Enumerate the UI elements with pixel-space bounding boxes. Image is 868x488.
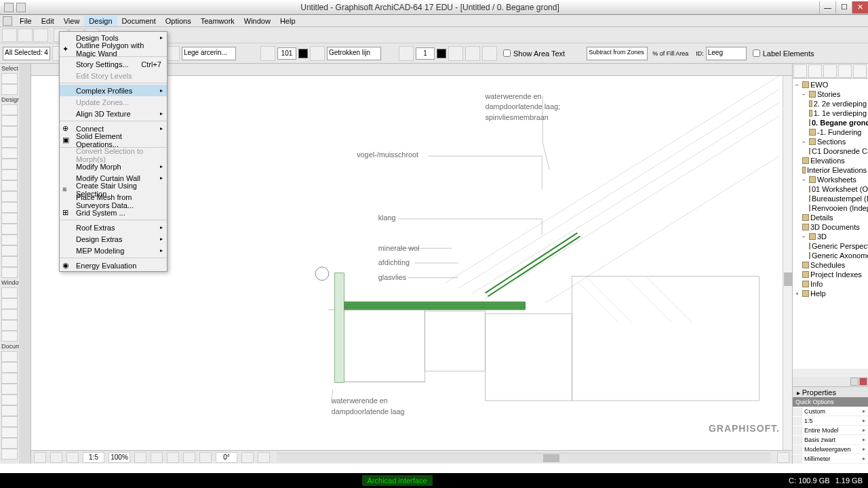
minimize-btn[interactable]: — — [819, 1, 835, 14]
sb-btn[interactable] — [183, 452, 195, 463]
tool-skylight[interactable] — [1, 267, 18, 278]
maximize-btn[interactable]: ☐ — [835, 1, 852, 14]
tool-stair[interactable] — [1, 235, 18, 245]
tb-open[interactable] — [18, 28, 33, 42]
tool-poly[interactable] — [1, 427, 18, 438]
qopt-row[interactable]: Modelweergaven▸ — [793, 445, 868, 454]
layer-select[interactable]: Lege arcerin... — [182, 47, 236, 60]
menu-document[interactable]: Document — [117, 16, 161, 26]
tool-label[interactable] — [1, 384, 18, 394]
sb-btn[interactable] — [199, 452, 212, 463]
sys-btn[interactable] — [4, 3, 14, 12]
tb-save[interactable] — [33, 28, 48, 42]
menu-energy[interactable]: ◉Energy Evaluation — [60, 260, 167, 271]
tool-level[interactable] — [1, 362, 18, 373]
tool-line[interactable] — [1, 405, 18, 416]
menu-window[interactable]: Window — [239, 16, 275, 26]
menu-file[interactable]: File — [15, 16, 37, 26]
horizontal-scrollbar[interactable] — [277, 453, 770, 462]
properties-toggle[interactable]: ▸ Properties — [793, 386, 868, 397]
angle[interactable]: 0° — [216, 452, 237, 463]
menu-align-3d[interactable]: Align 3D Texture — [60, 108, 167, 119]
menu-complex-profiles[interactable]: Complex Profiles — [60, 85, 167, 96]
nav-tab-5[interactable] — [853, 64, 867, 78]
pen-color[interactable] — [298, 49, 308, 58]
panel-close-btn[interactable] — [859, 378, 867, 386]
menu-story-settings[interactable]: Story Settings...Ctrl+7 — [60, 58, 167, 70]
subtract-select[interactable]: Subtract from Zones — [587, 47, 648, 60]
tool-beam[interactable] — [1, 126, 18, 137]
zoom-ratio[interactable]: 1:5 — [83, 452, 104, 463]
qopt-row[interactable]: Millimeter▸ — [793, 454, 868, 464]
nav-tab-1[interactable] — [793, 64, 807, 78]
menu-mep[interactable]: MEP Modeling — [60, 245, 167, 256]
tool-lamp[interactable] — [1, 224, 18, 235]
tool-fig[interactable] — [1, 449, 18, 460]
sys-btn[interactable] — [16, 3, 26, 12]
tool-wall[interactable] — [1, 104, 18, 115]
sb-btn[interactable] — [777, 452, 789, 463]
tool-morph[interactable] — [1, 202, 18, 213]
tool-object[interactable] — [1, 213, 18, 224]
sb-btn[interactable] — [34, 452, 46, 463]
tool-curtain[interactable] — [1, 191, 18, 202]
qopt-row[interactable]: Entire Model▸ — [793, 426, 868, 435]
selection-info[interactable]: All Selected: 4 — [3, 47, 50, 60]
pen-number[interactable]: 101 — [277, 47, 296, 60]
menu-modify-morph[interactable]: Modify Morph — [60, 161, 167, 172]
sb-btn[interactable] — [66, 452, 79, 463]
tool-mesh[interactable] — [1, 169, 18, 180]
zoom-pct[interactable]: 100% — [108, 452, 130, 463]
sb-btn[interactable] — [50, 452, 62, 463]
sb-btn[interactable] — [151, 452, 163, 463]
menu-options[interactable]: Options — [161, 16, 196, 26]
tool-arrow[interactable] — [1, 73, 18, 84]
qopt-row[interactable]: Basis zwart▸ — [793, 435, 868, 445]
label-elements-checkbox[interactable]: Label Elements — [749, 49, 818, 58]
tool-draw[interactable] — [1, 438, 18, 449]
tb-opt2[interactable] — [465, 46, 480, 61]
menu-solid-ops[interactable]: ▣Solid Element Operations... — [60, 134, 167, 146]
tb-opt1[interactable] — [448, 46, 463, 61]
close-btn[interactable]: ✕ — [852, 1, 868, 14]
tool-win4[interactable] — [1, 320, 18, 331]
menu-roof-extras[interactable]: Roof Extras — [60, 222, 167, 233]
tool-win5[interactable] — [1, 331, 18, 342]
menu-place-mesh[interactable]: Place Mesh from Surveyors Data... — [60, 195, 167, 207]
menu-teamwork[interactable]: Teamwork — [196, 16, 239, 26]
doc-icon[interactable] — [3, 16, 12, 26]
tool-win3[interactable] — [1, 309, 18, 320]
tool-door[interactable] — [1, 245, 18, 256]
tb-new[interactable] — [2, 28, 17, 42]
tool-window[interactable] — [1, 256, 18, 267]
navigator-tree[interactable]: −EWO −Stories 2. 2e verdieping 1. 1e ver… — [793, 79, 868, 369]
tool-column[interactable] — [1, 115, 18, 126]
menu-view[interactable]: View — [59, 16, 85, 26]
tool-dim[interactable] — [1, 351, 18, 362]
linetype-icon[interactable] — [310, 46, 325, 61]
tool-shell[interactable] — [1, 159, 18, 169]
menu-grid-system[interactable]: ⊞Grid System ... — [60, 207, 167, 218]
tool-arc[interactable] — [1, 416, 18, 427]
tool-slab[interactable] — [1, 137, 18, 148]
tool-roof[interactable] — [1, 148, 18, 159]
tool-win1[interactable] — [1, 287, 18, 298]
linetype-select[interactable]: Getrokken lijn — [327, 47, 381, 60]
nav-hscroll[interactable] — [793, 369, 868, 377]
sb-btn[interactable] — [258, 452, 270, 463]
nav-tab-3[interactable] — [823, 64, 837, 78]
tb-fill-icon[interactable] — [399, 46, 414, 61]
panel-btn[interactable] — [850, 378, 859, 386]
show-area-checkbox[interactable]: Show Area Text — [499, 49, 569, 58]
menu-outline-polygon[interactable]: ✦Outline Polygon with Magic Wand — [60, 43, 167, 55]
num-field[interactable]: 1 — [416, 47, 435, 60]
sb-btn[interactable] — [167, 452, 179, 463]
qopt-row[interactable]: Custom▸ — [793, 407, 868, 416]
menu-edit[interactable]: Edit — [37, 16, 59, 26]
sb-btn[interactable] — [134, 452, 146, 463]
tool-fill[interactable] — [1, 394, 18, 405]
pen-icon[interactable] — [260, 46, 275, 61]
tool-win2[interactable] — [1, 298, 18, 309]
menu-help[interactable]: Help — [275, 16, 300, 26]
menu-design-extras[interactable]: Design Extras — [60, 233, 167, 245]
